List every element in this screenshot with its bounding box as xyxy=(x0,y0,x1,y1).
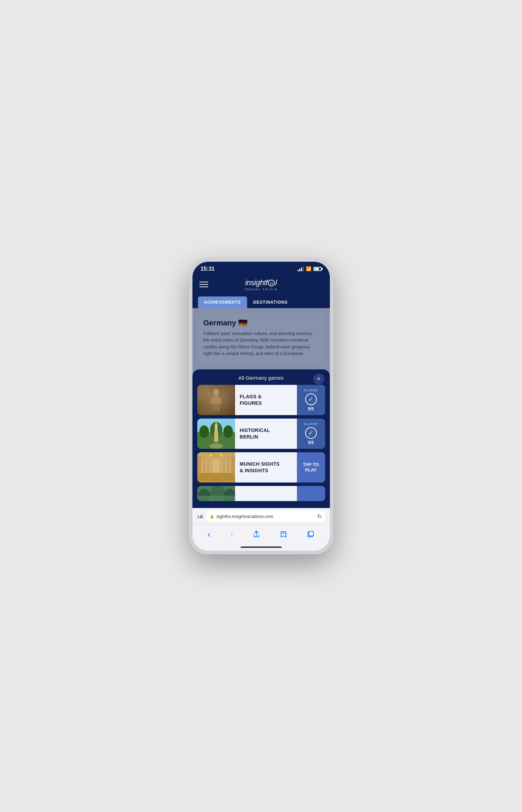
browser-toolbar: ‹ › xyxy=(192,524,330,545)
game-thumbnail-berlin xyxy=(197,419,235,449)
game-action-munich[interactable]: TAP TOPLAY xyxy=(297,452,325,483)
share-button[interactable] xyxy=(248,529,264,539)
svg-point-28 xyxy=(210,454,212,456)
munich-thumbnail-image xyxy=(197,452,235,483)
svg-point-0 xyxy=(213,389,219,396)
forward-button[interactable]: › xyxy=(226,528,237,541)
svg-rect-2 xyxy=(211,398,214,404)
modal-panel: All Germany games × xyxy=(192,369,330,508)
modal-header: All Germany games × xyxy=(192,369,330,385)
game-action-berlin[interactable]: PLAYED ✓ 5/5 xyxy=(297,419,325,449)
played-score-flags: 5/5 xyxy=(308,407,314,411)
tap-to-play-label-munich: TAP TOPLAY xyxy=(303,462,319,473)
game-thumbnail-munich xyxy=(197,452,235,483)
svg-rect-11 xyxy=(215,425,218,435)
back-button[interactable]: ‹ xyxy=(203,528,215,541)
statue-thumbnail-image xyxy=(197,385,235,415)
game-list: FLAGS &FIGURES PLAYED ✓ 5/5 xyxy=(192,385,330,505)
svg-rect-34 xyxy=(197,496,235,501)
game-info-flags: FLAGS &FIGURES xyxy=(235,385,297,415)
url-text: sightful.insightvacations.com xyxy=(216,514,315,519)
game-item-partial[interactable] xyxy=(197,486,325,501)
game-name-flags: FLAGS &FIGURES xyxy=(240,393,262,406)
played-score-berlin: 5/5 xyxy=(308,440,314,445)
svg-rect-1 xyxy=(214,396,219,404)
svg-rect-36 xyxy=(309,531,313,536)
battery-icon xyxy=(313,267,322,271)
status-bar: 15:31 📶 xyxy=(192,262,330,275)
modal-title: All Germany games xyxy=(238,375,284,381)
svg-point-10 xyxy=(223,425,233,438)
game-item-flags[interactable]: FLAGS &FIGURES PLAYED ✓ 5/5 xyxy=(197,385,325,415)
signal-icon xyxy=(298,267,304,271)
svg-point-13 xyxy=(209,443,223,449)
game-info-berlin: HISTORICALBERLIN xyxy=(235,419,297,449)
content-area: Germany 🇩🇪 Folkloric past, innovative cu… xyxy=(192,308,330,508)
game-item-munich[interactable]: MUNICH SIGHTS& INSIGHTS TAP TOPLAY xyxy=(197,452,325,483)
game-info-munich: MUNICH SIGHTS& INSIGHTS xyxy=(235,452,297,483)
svg-rect-5 xyxy=(217,404,220,411)
status-icons: 📶 xyxy=(298,266,322,271)
phone-screen: 15:31 📶 insightful TRAVEL TRIVIA xyxy=(192,262,330,551)
browser-bar: AA 🔒 sightful.insightvacations.com ↻ xyxy=(192,508,330,524)
status-time: 15:31 xyxy=(201,266,215,272)
game-action-flags[interactable]: PLAYED ✓ 5/5 xyxy=(297,385,325,415)
close-button[interactable]: × xyxy=(313,373,324,385)
logo-subtitle: TRAVEL TRIVIA xyxy=(244,288,278,291)
home-indicator xyxy=(192,545,330,551)
bookmarks-button[interactable] xyxy=(276,529,291,539)
nav-bar: insightful TRAVEL TRIVIA xyxy=(192,275,330,296)
svg-rect-4 xyxy=(213,404,215,411)
played-check-flags: ✓ xyxy=(305,393,317,405)
game-thumbnail-flags xyxy=(197,385,235,415)
tabs-bar: ACHIEVEMENTS DESTINATIONS xyxy=(192,296,330,308)
svg-point-29 xyxy=(220,454,223,456)
game-action-partial[interactable] xyxy=(297,486,325,501)
game-thumbnail-partial xyxy=(197,486,235,501)
tab-destinations[interactable]: DESTINATIONS xyxy=(247,296,294,308)
text-size-control[interactable]: AA xyxy=(197,513,203,519)
reload-button[interactable]: ↻ xyxy=(317,513,322,520)
tabs-button[interactable] xyxy=(303,529,319,539)
played-label-flags: PLAYED xyxy=(304,389,318,392)
game-info-partial xyxy=(235,486,297,501)
tab-achievements[interactable]: ACHIEVEMENTS xyxy=(198,296,247,308)
game-item-berlin[interactable]: HISTORICALBERLIN PLAYED ✓ 5/5 xyxy=(197,419,325,449)
game-name-munich: MUNICH SIGHTS& INSIGHTS xyxy=(240,461,280,473)
url-bar[interactable]: 🔒 sightful.insightvacations.com ↻ xyxy=(206,511,325,522)
berlin-thumbnail-image xyxy=(197,419,235,449)
lock-icon: 🔒 xyxy=(210,514,214,519)
played-check-berlin: ✓ xyxy=(305,427,317,439)
svg-point-8 xyxy=(199,425,209,438)
home-bar xyxy=(241,546,282,548)
modal-overlay: All Germany games × xyxy=(192,308,330,508)
logo-text: insightful xyxy=(244,278,278,287)
wifi-icon: 📶 xyxy=(306,266,311,271)
svg-rect-3 xyxy=(219,398,221,404)
game-name-berlin: HISTORICALBERLIN xyxy=(240,427,270,440)
app-logo: insightful TRAVEL TRIVIA xyxy=(244,278,278,291)
played-label-berlin: PLAYED xyxy=(304,422,318,426)
partial-thumbnail-image xyxy=(197,486,235,501)
hamburger-menu[interactable] xyxy=(199,282,208,287)
phone-frame: 15:31 📶 insightful TRAVEL TRIVIA xyxy=(189,258,333,554)
svg-rect-24 xyxy=(197,473,235,483)
